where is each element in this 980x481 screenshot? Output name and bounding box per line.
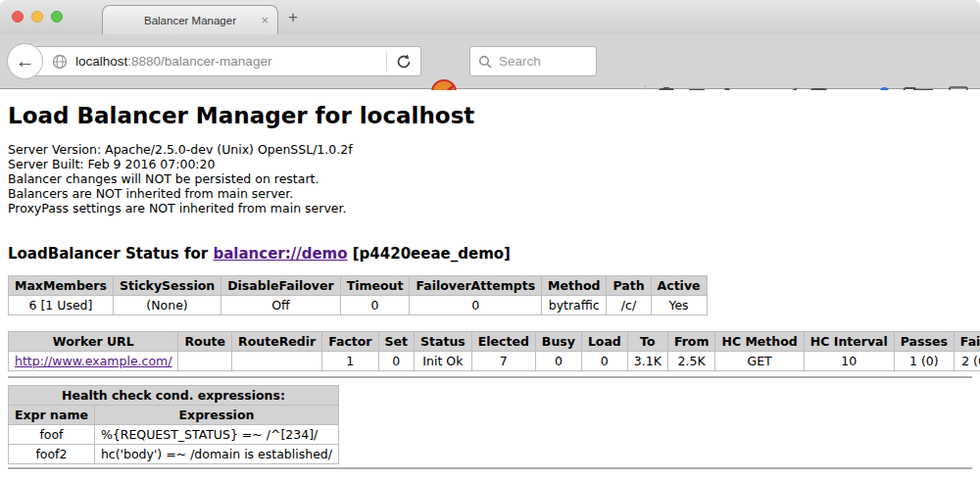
cell-factor: 1 — [322, 352, 378, 371]
navigation-toolbar: ← localhost:8880/balancer-manager — [0, 34, 980, 89]
col-from: From — [667, 332, 715, 352]
bottom-divider — [8, 467, 972, 469]
col-expression: Expression — [94, 406, 338, 425]
col-fails: Fails — [954, 332, 980, 352]
cell-to: 3.1K — [627, 352, 667, 371]
new-tab-button[interactable]: + — [288, 8, 298, 27]
cell-load: 0 — [581, 352, 627, 371]
col-route: Route — [178, 332, 232, 352]
worker-url-link[interactable]: http://www.example.com/ — [15, 354, 172, 368]
notice-line: Balancer changes will NOT be persisted o… — [8, 171, 972, 186]
cell-route — [178, 352, 232, 371]
health-check-table: Health check cond. expressions: Expr nam… — [8, 385, 339, 464]
cell-fails: 2 (0) — [954, 352, 980, 371]
cell-path: /c/ — [607, 296, 651, 315]
worker-header-row: Worker URL Route RouteRedir Factor Set S… — [9, 332, 980, 352]
col-factor: Factor — [322, 332, 378, 352]
address-text[interactable]: localhost:8880/balancer-manager — [75, 54, 386, 69]
col-worker-url: Worker URL — [9, 332, 178, 352]
reload-icon[interactable] — [395, 53, 413, 71]
balancer-data-row: 6 [1 Used] (None) Off 0 0 bytraffic /c/ … — [9, 296, 708, 315]
page-title: Load Balancer Manager for localhost — [8, 103, 972, 128]
cell-expr-name: foof — [9, 425, 95, 445]
health-header-row: Expr name Expression — [9, 406, 339, 425]
cell-timeout: 0 — [340, 296, 410, 315]
url-path: :8880/balancer-manager — [127, 54, 271, 69]
col-set: Set — [378, 332, 414, 352]
cell-method: bytraffic — [542, 296, 607, 315]
url-domain: localhost — [75, 54, 127, 69]
minimize-window-button[interactable] — [31, 11, 43, 23]
tab-close-icon[interactable]: × — [261, 13, 269, 27]
cell-status: Init Ok — [415, 352, 472, 371]
col-active: Active — [651, 276, 707, 296]
tab-title: Balancer Manager — [144, 15, 236, 26]
col-method: Method — [542, 276, 607, 296]
browser-window: Balancer Manager × + ← localhost:8880/ba… — [0, 0, 980, 481]
search-bar[interactable] — [469, 46, 597, 76]
url-divider — [386, 51, 387, 72]
health-data-row: foof2 hc('body') =~ /domain is establish… — [9, 445, 339, 464]
health-data-row: foof %{REQUEST_STATUS} =~ /^[234]/ — [9, 425, 339, 445]
server-version-line: Server Version: Apache/2.5.0-dev (Unix) … — [8, 142, 972, 157]
zoom-window-button[interactable] — [51, 11, 63, 23]
balancer-link[interactable]: balancer://demo — [213, 245, 347, 263]
cell-routeredir — [232, 352, 322, 371]
back-button[interactable]: ← — [7, 43, 43, 79]
cell-stickysession: (None) — [113, 296, 220, 315]
back-icon: ← — [16, 50, 35, 72]
search-input[interactable] — [499, 54, 583, 69]
page-content: Load Balancer Manager for localhost Serv… — [0, 90, 980, 481]
col-path: Path — [607, 276, 651, 296]
cell-passes: 1 (0) — [894, 352, 954, 371]
cell-set: 0 — [378, 352, 414, 371]
notice-line: ProxyPass settings are NOT inherited fro… — [8, 201, 972, 216]
col-passes: Passes — [894, 332, 954, 352]
col-busy: Busy — [535, 332, 581, 352]
cell-active: Yes — [651, 296, 707, 315]
cell-hc-interval: 10 — [804, 352, 894, 371]
close-window-button[interactable] — [12, 11, 24, 23]
col-load: Load — [581, 332, 627, 352]
cell-maxmembers: 6 [1 Used] — [9, 296, 114, 315]
globe-icon — [52, 54, 68, 70]
cell-from: 2.5K — [667, 352, 715, 371]
col-timeout: Timeout — [340, 276, 410, 296]
worker-data-row: http://www.example.com/ 1 0 Init Ok 7 0 … — [9, 352, 980, 371]
cell-failoverattempts: 0 — [410, 296, 542, 315]
titlebar: Balancer Manager × + — [0, 0, 980, 34]
section-divider — [8, 376, 972, 378]
url-bar[interactable]: localhost:8880/balancer-manager — [25, 46, 421, 76]
cell-expression: hc('body') =~ /domain is established/ — [94, 445, 338, 464]
cell-expression: %{REQUEST_STATUS} =~ /^[234]/ — [94, 425, 338, 445]
cell-hc-method: GET — [715, 352, 804, 371]
browser-tab[interactable]: Balancer Manager × — [102, 5, 278, 34]
col-expr-name: Expr name — [9, 406, 95, 425]
col-status: Status — [415, 332, 472, 352]
cell-expr-name: foof2 — [9, 445, 95, 464]
balancer-table: MaxMembers StickySession DisableFailover… — [8, 275, 708, 315]
col-stickysession: StickySession — [113, 276, 220, 296]
cell-elected: 7 — [471, 352, 535, 371]
status-heading-suffix: [p4420eeae_demo] — [348, 245, 511, 263]
search-icon — [478, 55, 492, 69]
window-controls — [12, 11, 63, 23]
cell-worker-url: http://www.example.com/ — [9, 352, 178, 371]
cell-busy: 0 — [535, 352, 581, 371]
cell-disablefailover: Off — [221, 296, 340, 315]
col-hc-method: HC Method — [715, 332, 804, 352]
status-heading-prefix: LoadBalancer Status for — [8, 245, 213, 263]
worker-table: Worker URL Route RouteRedir Factor Set S… — [8, 331, 980, 371]
health-table-title: Health check cond. expressions: — [9, 386, 339, 406]
notice-line: Balancers are NOT inherited from main se… — [8, 186, 972, 201]
col-disablefailover: DisableFailover — [221, 276, 340, 296]
col-failoverattempts: FailoverAttempts — [410, 276, 542, 296]
balancer-header-row: MaxMembers StickySession DisableFailover… — [9, 276, 708, 296]
loadbalancer-status-heading: LoadBalancer Status for balancer://demo … — [8, 245, 972, 263]
col-to: To — [627, 332, 667, 352]
col-maxmembers: MaxMembers — [9, 276, 114, 296]
server-info: Server Version: Apache/2.5.0-dev (Unix) … — [8, 142, 972, 216]
health-title-row: Health check cond. expressions: — [9, 386, 339, 406]
server-built-line: Server Built: Feb 9 2016 07:00:20 — [8, 157, 972, 171]
col-hc-interval: HC Interval — [804, 332, 894, 352]
